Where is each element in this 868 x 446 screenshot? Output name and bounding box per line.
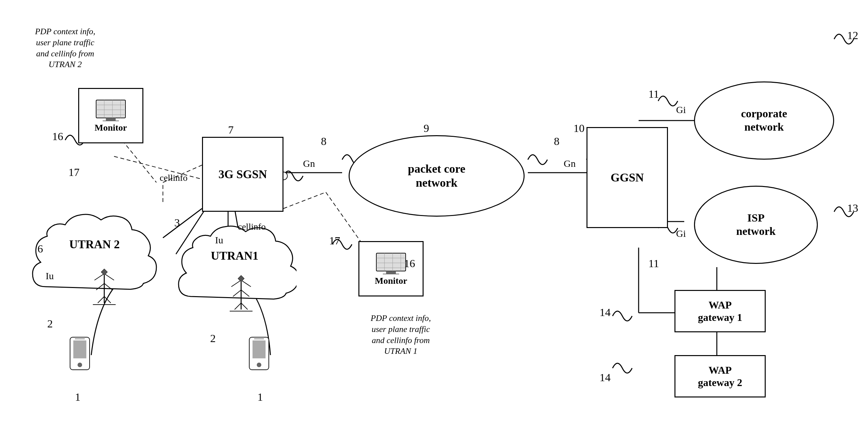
ref-1-right: 1: [257, 391, 263, 403]
ref-8-right: 8: [554, 135, 559, 148]
ref-13: 13: [847, 202, 858, 214]
svg-line-41: [94, 274, 104, 280]
ref-10: 10: [574, 122, 585, 134]
svg-line-53: [241, 290, 249, 296]
ggsn-box: GGSN: [587, 127, 668, 228]
gn-left-label: Gn: [303, 158, 315, 169]
svg-rect-63: [252, 341, 266, 358]
gn-right-label: Gn: [564, 158, 576, 169]
ref-17-bottom: 17: [329, 234, 340, 247]
ref-14-top: 14: [599, 306, 611, 319]
cellinfo-top-label: cellinfo: [160, 173, 188, 183]
wap-gateway-2-box: WAPgateway 2: [675, 355, 766, 397]
ref-2-right: 2: [210, 332, 216, 345]
cellinfo-bottom-label: cellinfo: [238, 222, 266, 232]
bottom-monitor-annotation: PDP context info,user plane trafficand c…: [359, 313, 443, 357]
tower-utran1: [228, 274, 254, 313]
packet-core-ellipse: packet corenetwork: [349, 135, 525, 217]
svg-marker-57: [238, 275, 244, 282]
mobile-phone-right: [244, 336, 274, 378]
ref-9: 9: [424, 122, 429, 134]
packet-core-label: packet corenetwork: [408, 162, 465, 190]
monitor-icon-top: [94, 98, 127, 121]
mobile-phone-left: [65, 336, 94, 378]
utran2-label: UTRAN 2: [69, 237, 120, 251]
ref-2-left: 2: [47, 318, 53, 330]
svg-rect-32: [386, 271, 396, 274]
svg-line-45: [98, 296, 104, 303]
ref-14-bottom: 14: [599, 372, 611, 384]
svg-line-43: [96, 283, 104, 290]
ref-8-left: 8: [321, 135, 327, 148]
svg-line-17: [114, 156, 202, 179]
svg-rect-24: [103, 121, 119, 121]
top-monitor-annotation: PDP context info,user plane trafficand c…: [23, 26, 107, 70]
tower-utran2: [91, 267, 117, 306]
ref-7: 7: [228, 124, 234, 136]
ref-16-right: 16: [404, 257, 415, 270]
ref-6: 6: [37, 243, 43, 255]
svg-point-64: [257, 362, 261, 367]
svg-marker-48: [101, 269, 107, 275]
svg-line-46: [104, 296, 111, 303]
wap-gateway-1-label: WAPgateway 1: [698, 299, 742, 324]
svg-point-60: [78, 362, 82, 367]
svg-rect-23: [106, 118, 116, 121]
monitor-bottom-label: Monitor: [375, 276, 407, 286]
gi-top-label: Gi: [676, 104, 686, 115]
network-diagram: Monitor Monitor 3G SGSN packet corenetwo…: [0, 0, 868, 446]
ggsn-label: GGSN: [611, 171, 644, 184]
svg-rect-33: [383, 274, 399, 274]
svg-rect-31: [376, 253, 406, 271]
svg-line-51: [241, 280, 251, 287]
svg-line-42: [104, 274, 114, 280]
svg-rect-22: [96, 100, 125, 118]
svg-line-52: [233, 290, 241, 296]
svg-line-15: [283, 192, 326, 209]
monitor-top: Monitor: [78, 88, 143, 144]
ref-17-top: 17: [68, 166, 80, 179]
wap-gateway-1-box: WAPgateway 1: [675, 290, 766, 332]
sgsn-label: 3G SGSN: [218, 167, 267, 181]
ref-11-top: 11: [648, 88, 659, 100]
isp-network-ellipse: ISPnetwork: [694, 186, 818, 264]
corporate-network-label: corporatenetwork: [741, 107, 787, 134]
corporate-network-ellipse: corporatenetwork: [694, 82, 834, 160]
svg-line-44: [104, 283, 113, 290]
ref-1-left: 1: [75, 391, 81, 403]
monitor-icon-bottom: [375, 252, 407, 274]
isp-network-label: ISPnetwork: [736, 212, 776, 238]
ref-12: 12: [847, 29, 858, 42]
iu-right-label: Iu: [215, 234, 223, 246]
sgsn-box: 3G SGSN: [202, 137, 283, 212]
ref-3: 3: [174, 217, 180, 229]
svg-rect-59: [73, 341, 86, 358]
svg-line-55: [241, 303, 248, 310]
svg-line-54: [235, 303, 241, 310]
monitor-top-label: Monitor: [94, 123, 127, 133]
wap-gateway-2-label: WAPgateway 2: [698, 364, 742, 389]
svg-line-50: [231, 280, 241, 287]
ref-11-bottom: 11: [648, 257, 659, 270]
gi-bottom-label: Gi: [676, 228, 686, 239]
iu-left-label: Iu: [45, 270, 54, 282]
ref-16-left: 16: [52, 130, 63, 143]
utran1-label: UTRAN1: [211, 249, 258, 263]
